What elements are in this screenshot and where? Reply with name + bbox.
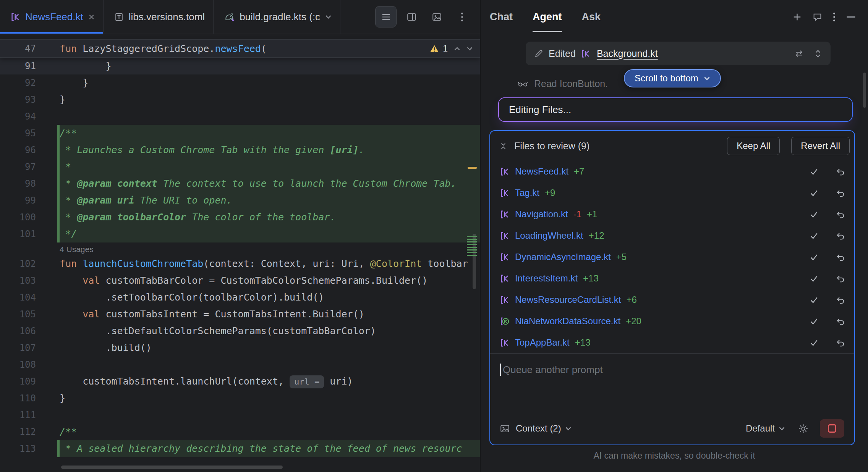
usages-inlay-row: 4 Usages [0, 242, 480, 255]
keep-file-check-icon[interactable] [809, 210, 819, 219]
file-link[interactable]: NewsResourceCardList.kt [515, 294, 621, 305]
list-view-button[interactable] [375, 6, 397, 27]
line-number: 96 [0, 142, 57, 158]
file-row: NewsFeed.kt+7 [490, 161, 854, 182]
tab-label: build.gradle.kts (:c [240, 11, 320, 23]
revert-file-icon[interactable] [836, 296, 845, 304]
attach-image-icon[interactable] [500, 424, 510, 433]
line-number: 108 [0, 356, 57, 373]
edited-file-link[interactable]: Background.kt [597, 48, 658, 59]
keep-file-check-icon[interactable] [809, 252, 819, 262]
keep-file-check-icon[interactable] [809, 274, 819, 283]
warning-stripe-mark[interactable] [468, 167, 477, 169]
keep-file-check-icon[interactable] [809, 338, 819, 348]
revert-file-icon[interactable] [836, 231, 845, 240]
previous-issue-icon[interactable] [454, 47, 460, 51]
keep-file-check-icon[interactable] [809, 167, 819, 176]
code-line: 105 val customTabsIntent = CustomTabsInt… [0, 306, 480, 323]
chat-tab-ask[interactable]: Ask [582, 0, 601, 34]
tab-dropdown-icon[interactable] [325, 15, 332, 19]
chat-more-icon[interactable] [833, 12, 836, 22]
screenshot-button[interactable] [426, 6, 447, 27]
revert-file-icon[interactable] [836, 253, 845, 262]
keep-file-check-icon[interactable] [809, 188, 819, 198]
code-text [57, 407, 480, 424]
stop-button[interactable] [820, 419, 844, 438]
chat-tab-chat[interactable]: Chat [490, 0, 513, 34]
editor-more-button[interactable] [452, 6, 472, 27]
revert-all-button[interactable]: Revert All [791, 137, 850, 155]
code-line: 111 [0, 407, 480, 424]
close-tab-icon[interactable] [88, 14, 95, 20]
files-to-review-header: Files to review (9) Keep All Revert All [490, 131, 854, 161]
diff-added-count: +1 [587, 209, 597, 220]
split-editor-button[interactable] [401, 6, 422, 27]
sticky-line-number: 47 [0, 43, 57, 54]
diff-added-count: +9 [545, 188, 555, 198]
code-line: 113 * A sealed hierarchy describing the … [0, 440, 480, 457]
show-diff-icon[interactable] [794, 49, 804, 58]
line-number: 100 [0, 209, 57, 226]
keep-file-check-icon[interactable] [809, 317, 819, 326]
file-row: Navigation.kt-1+1 [490, 204, 854, 225]
file-link[interactable]: Navigation.kt [515, 209, 568, 220]
revert-file-icon[interactable] [836, 167, 845, 176]
code-text: .setToolbarColor(toolbarColor).build() [57, 289, 480, 306]
context-selector[interactable]: Context (2) [516, 423, 572, 434]
model-selector[interactable]: Default [746, 423, 785, 434]
kotlin-file-icon [581, 49, 591, 58]
file-link[interactable]: InterestsItem.kt [515, 273, 578, 284]
keep-all-button[interactable]: Keep All [727, 137, 780, 155]
file-link[interactable]: Tag.kt [515, 188, 539, 198]
editor-tab[interactable]: libs.versions.toml [104, 0, 214, 34]
line-number: 98 [0, 175, 57, 192]
edited-file-row[interactable]: Edited Background.kt [526, 42, 831, 65]
diff-added-count: +5 [616, 252, 627, 262]
chat-scrollbar[interactable] [863, 73, 866, 108]
file-link[interactable]: DynamicAsyncImage.kt [515, 252, 611, 262]
collapse-icon[interactable] [499, 142, 507, 150]
spacer [500, 376, 844, 419]
file-link[interactable]: NewsFeed.kt [515, 166, 568, 177]
file-link[interactable]: NiaNetworkDataSource.kt [515, 316, 620, 327]
code-text: val customTabBarColor = CustomTabColorSc… [57, 272, 480, 289]
code-line: 98 * @param context The context to use t… [0, 175, 480, 192]
chat-tab-agent[interactable]: Agent [533, 0, 562, 34]
hide-panel-icon[interactable] [846, 16, 856, 18]
chat-body: Edited Background.kt Read IconButton. Sc… [481, 34, 868, 472]
revert-file-icon[interactable] [836, 189, 845, 197]
expand-icon[interactable] [814, 49, 822, 58]
code-text: * @param context The context to use to l… [57, 175, 480, 192]
files-to-review-list: NewsFeed.kt+7Tag.kt+9Navigation.kt-1+1Lo… [490, 161, 854, 353]
code-text: } [57, 390, 480, 407]
code-lines[interactable]: 91 }92 }93}9495/**96 * Launches a Custom… [0, 58, 480, 457]
prompt-input-area[interactable]: Queue another prompt Context (2) Default [490, 353, 854, 445]
code-line: 91 } [0, 58, 480, 74]
file-link[interactable]: TopAppBar.kt [515, 337, 570, 348]
code-text [57, 108, 480, 125]
revert-file-icon[interactable] [836, 317, 845, 326]
ide-window: NewsFeed.ktlibs.versions.tomlbuild.gradl… [0, 0, 868, 472]
new-chat-icon[interactable] [792, 12, 802, 22]
revert-file-icon[interactable] [836, 274, 845, 283]
revert-file-icon[interactable] [836, 210, 845, 219]
keep-file-check-icon[interactable] [809, 231, 819, 241]
chat-toolbar [792, 12, 856, 22]
next-issue-icon[interactable] [466, 47, 473, 51]
line-number: 104 [0, 289, 57, 306]
sticky-header-line[interactable]: 47 fun LazyStaggeredGridScope.newsFeed( … [0, 39, 480, 58]
warning-icon[interactable] [430, 45, 439, 53]
file-link[interactable]: LoadingWheel.kt [515, 230, 583, 241]
scroll-to-bottom-button[interactable]: Scroll to bottom [624, 69, 721, 87]
revert-file-icon[interactable] [836, 338, 845, 347]
keep-file-check-icon[interactable] [809, 295, 819, 305]
chat-tabs: ChatAgentAsk [490, 0, 601, 34]
editor-horizontal-scrollbar[interactable] [61, 466, 283, 469]
prompt-input[interactable]: Queue another prompt [500, 364, 844, 376]
code-text: fun launchCustomChromeTab(context: Conte… [57, 255, 480, 272]
settings-gear-icon[interactable] [798, 424, 808, 434]
editor-tab[interactable]: NewsFeed.kt [0, 0, 104, 34]
kotlin-file-icon [500, 210, 510, 219]
editor-tab[interactable]: build.gradle.kts (:c [214, 0, 340, 34]
chat-history-icon[interactable] [813, 12, 822, 22]
